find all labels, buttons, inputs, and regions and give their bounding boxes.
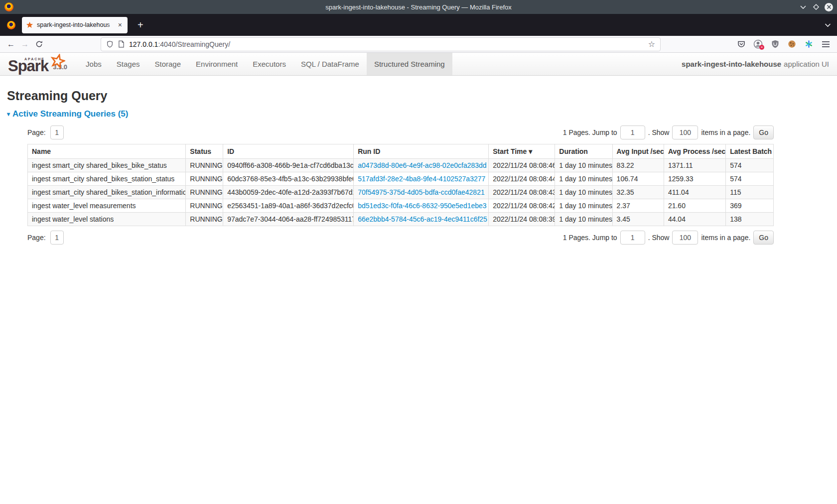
reload-icon[interactable] xyxy=(32,38,46,51)
cell-duration: 1 day 10 minutes xyxy=(555,172,612,186)
page-number-input[interactable] xyxy=(50,231,64,245)
ublock-icon[interactable] xyxy=(768,38,782,51)
tab-title: spark-ingest-into-lakehous xyxy=(37,21,117,28)
header-duration[interactable]: Duration xyxy=(555,144,612,159)
pages-jump-text: 1 Pages. Jump to xyxy=(563,234,617,242)
window-title: spark-ingest-into-lakehouse - Streaming … xyxy=(0,3,837,11)
run-id-link[interactable]: bd51ed3c-f0fa-46c6-8632-950e5ed1ebe3 xyxy=(358,202,486,210)
back-icon[interactable]: ← xyxy=(4,38,18,51)
run-id-link[interactable]: 66e2bbb4-5784-45c6-ac19-4ec9411c6f25 xyxy=(358,215,487,223)
cell-status: RUNNING xyxy=(186,199,223,213)
nav-storage[interactable]: Storage xyxy=(147,53,188,75)
nav-executors[interactable]: Executors xyxy=(245,53,293,75)
nav-structured-streaming[interactable]: Structured Streaming xyxy=(367,53,452,75)
new-tab-button[interactable]: + xyxy=(134,19,147,31)
cell-run-id: bd51ed3c-f0fa-46c6-8632-950e5ed1ebe3 xyxy=(354,199,489,213)
page-number-group: Page: xyxy=(27,231,64,245)
active-queries-toggle[interactable]: ▾Active Streaming Queries (5) xyxy=(7,109,128,119)
bookmark-star-icon[interactable]: ☆ xyxy=(648,39,655,49)
nav-jobs[interactable]: Jobs xyxy=(78,53,109,75)
toolbar-extensions: × xyxy=(734,38,833,51)
cell-latest-batch: 115 xyxy=(726,186,774,199)
section-title: Active Streaming Queries (5) xyxy=(12,109,128,119)
cell-avg-input: 32.35 xyxy=(612,186,664,199)
url-bar[interactable]: 127.0.0.1:4040/StreamingQuery/ ☆ xyxy=(101,37,661,51)
header-name[interactable]: Name xyxy=(28,144,186,159)
cell-avg-process: 44.04 xyxy=(664,213,725,226)
streaming-queries-table: Name Status ID Run ID Start Time ▾ Durat… xyxy=(27,144,774,226)
show-text: . Show xyxy=(648,234,670,242)
cell-duration: 1 day 10 minutes xyxy=(555,186,612,199)
run-id-link[interactable]: a0473d8d-80e6-4e9f-ac98-02e0cfa283dd xyxy=(358,161,486,169)
cookie-icon[interactable] xyxy=(785,38,799,51)
run-id-link[interactable]: 517afd3f-28e2-4ba8-9fe4-4102527a3277 xyxy=(358,175,485,183)
firefox-view-icon[interactable] xyxy=(3,17,18,32)
page-info-icon[interactable] xyxy=(118,40,125,48)
go-button[interactable]: Go xyxy=(753,231,774,245)
tab-close-icon[interactable]: × xyxy=(117,20,124,29)
browser-tab[interactable]: spark-ingest-into-lakehous × xyxy=(22,17,128,33)
page-number-input[interactable] xyxy=(50,126,64,139)
jump-to-input[interactable] xyxy=(620,126,645,139)
url-text[interactable]: 127.0.0.1:4040/StreamingQuery/ xyxy=(129,40,644,48)
pagination-top: Page: 1 Pages. Jump to . Show items in a… xyxy=(27,125,774,140)
cell-avg-input: 83.22 xyxy=(612,159,664,172)
cell-id: 443b0059-2dec-40fe-a12d-2a393f7b67d2 xyxy=(223,186,354,199)
profile-error-badge: × xyxy=(759,45,764,50)
cell-name: ingest water_level measurements xyxy=(28,199,186,213)
cell-id: e2563451-1a89-40a1-a86f-36d37d2ecfc0 xyxy=(223,199,354,213)
items-per-page-input[interactable] xyxy=(672,231,698,245)
table-header-row: Name Status ID Run ID Start Time ▾ Durat… xyxy=(28,144,774,159)
list-all-tabs-chevron-icon[interactable] xyxy=(825,23,831,27)
table-row: ingest smart_city shared_bikes_station_s… xyxy=(28,172,774,186)
profile-icon[interactable]: × xyxy=(751,38,765,51)
header-status[interactable]: Status xyxy=(186,144,223,159)
cell-avg-input: 106.74 xyxy=(612,172,664,186)
header-run-id[interactable]: Run ID xyxy=(354,144,489,159)
cell-latest-batch: 574 xyxy=(726,172,774,186)
pocket-icon[interactable] xyxy=(734,38,748,51)
jump-to-input[interactable] xyxy=(620,231,645,245)
menu-hamburger-icon[interactable] xyxy=(819,38,833,51)
nav-sql-dataframe[interactable]: SQL / DataFrame xyxy=(293,53,367,75)
spark-header: APACHE Spark 3.3.0 Jobs Stages Storage E… xyxy=(0,53,837,76)
items-per-page-input[interactable] xyxy=(672,126,698,139)
spark-logo[interactable]: APACHE Spark 3.3.0 xyxy=(0,53,67,75)
page-label: Page: xyxy=(27,128,46,136)
header-latest-batch[interactable]: Latest Batch xyxy=(726,144,774,159)
window-minimize-icon[interactable] xyxy=(799,3,807,11)
items-text: items in a page. xyxy=(701,128,750,136)
section-header: ▾Active Streaming Queries (5) xyxy=(7,109,830,119)
cell-run-id: a0473d8d-80e6-4e9f-ac98-02e0cfa283dd xyxy=(354,159,489,172)
header-avg-process[interactable]: Avg Process /sec xyxy=(664,144,725,159)
page-title: Streaming Query xyxy=(7,89,830,103)
cell-avg-process: 411.04 xyxy=(664,186,725,199)
table-row: ingest water_level stations RUNNING 97ad… xyxy=(28,213,774,226)
extension-asterisk-icon[interactable] xyxy=(802,38,816,51)
browser-toolbar: ← → 127.0.0.1:4040/StreamingQuery/ ☆ xyxy=(0,36,837,53)
header-id[interactable]: ID xyxy=(223,144,354,159)
page-number-group: Page: xyxy=(27,126,64,139)
run-id-link[interactable]: 70f54975-375d-4d05-bdfa-ccd0fae42821 xyxy=(358,188,485,196)
cell-avg-process: 1371.11 xyxy=(664,159,725,172)
window-maximize-icon[interactable] xyxy=(812,3,820,11)
cell-name: ingest smart_city shared_bikes_station_s… xyxy=(28,172,186,186)
application-suffix: application UI xyxy=(784,60,829,68)
cell-status: RUNNING xyxy=(186,172,223,186)
cell-status: RUNNING xyxy=(186,159,223,172)
window-controls xyxy=(799,0,833,14)
nav-environment[interactable]: Environment xyxy=(188,53,245,75)
cell-latest-batch: 138 xyxy=(726,213,774,226)
header-avg-input[interactable]: Avg Input /sec xyxy=(612,144,664,159)
go-button[interactable]: Go xyxy=(753,126,774,139)
header-start-time[interactable]: Start Time ▾ xyxy=(489,144,555,159)
application-info: spark-ingest-into-lakehouse application … xyxy=(682,53,837,75)
cell-duration: 1 day 10 minutes xyxy=(555,159,612,172)
cell-avg-input: 2.37 xyxy=(612,199,664,213)
window-close-icon[interactable] xyxy=(825,3,833,11)
table-row: ingest smart_city shared_bikes_station_i… xyxy=(28,186,774,199)
cell-status: RUNNING xyxy=(186,213,223,226)
pagination-bottom: Page: 1 Pages. Jump to . Show items in a… xyxy=(27,230,774,245)
tracking-shield-icon[interactable] xyxy=(106,40,114,48)
nav-stages[interactable]: Stages xyxy=(109,53,147,75)
